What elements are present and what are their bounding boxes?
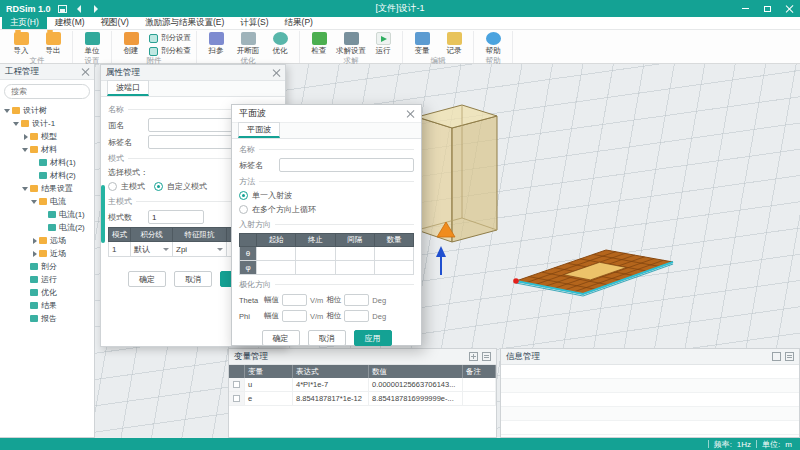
expander-icon[interactable] — [12, 120, 20, 128]
ribbon-button[interactable]: 记录 — [438, 31, 470, 56]
label-name-input[interactable] — [279, 158, 414, 172]
tree-item[interactable]: 电流 — [0, 195, 94, 208]
ribbon-button[interactable]: 剖分设置 — [149, 33, 191, 43]
tree-item[interactable]: 设计-1 — [0, 117, 94, 130]
variables-icon — [415, 32, 430, 45]
search-input[interactable] — [4, 84, 90, 99]
box-right-face[interactable] — [452, 116, 497, 242]
tree-item[interactable]: 剖分 — [0, 260, 94, 273]
optimize-icon — [273, 32, 288, 45]
custom-mode-radio[interactable] — [154, 182, 163, 191]
apply-button[interactable]: 应用 — [354, 330, 392, 346]
expander-icon[interactable] — [21, 185, 29, 193]
select-value: 默认 — [134, 245, 150, 254]
ground-plate[interactable] — [513, 250, 673, 296]
menu-icon[interactable] — [785, 352, 794, 361]
integration-line-select[interactable]: 默认 — [131, 242, 173, 257]
menu-item[interactable]: 激励源与结果设置(E) — [137, 17, 232, 29]
tree-item[interactable]: 材料 — [0, 143, 94, 156]
tree-item[interactable]: 近场 — [0, 247, 94, 260]
incidence-cell[interactable] — [335, 247, 374, 261]
ribbon-button[interactable]: 导出 — [37, 31, 69, 56]
ribbon-button[interactable]: 导入 — [5, 31, 37, 56]
checkbox[interactable] — [233, 381, 240, 388]
folder-icon — [21, 120, 29, 127]
expander-icon[interactable] — [21, 133, 29, 141]
ribbon-button[interactable]: 创建 — [115, 31, 147, 56]
expander-icon[interactable] — [3, 107, 11, 115]
redo-icon[interactable] — [91, 4, 102, 14]
tree-item[interactable]: 优化 — [0, 286, 94, 299]
expander-icon[interactable] — [30, 237, 38, 245]
incidence-cell[interactable] — [257, 261, 296, 275]
ok-button[interactable]: 确定 — [262, 330, 300, 346]
origin-point[interactable] — [513, 278, 519, 284]
incidence-cell[interactable] — [374, 247, 413, 261]
ribbon-button[interactable]: 检查 — [303, 31, 335, 56]
impedance-select[interactable]: Zpi — [173, 242, 227, 257]
ribbon-button[interactable]: 优化 — [264, 31, 296, 56]
tree-item[interactable]: 材料(2) — [0, 169, 94, 182]
incidence-cell[interactable] — [257, 247, 296, 261]
expander-icon[interactable] — [30, 250, 38, 258]
ribbon-button[interactable]: 扫参 — [200, 31, 232, 56]
ribbon-button[interactable]: 开断面 — [232, 31, 264, 56]
ribbon-button[interactable]: 单位 — [76, 31, 108, 56]
list-icon[interactable] — [482, 352, 491, 361]
tree-item[interactable]: 模型 — [0, 130, 94, 143]
tree-item[interactable]: 电流(2) — [0, 221, 94, 234]
close-button[interactable] — [778, 0, 800, 17]
menu-item[interactable]: 视图(V) — [93, 17, 137, 29]
expander-icon[interactable] — [30, 198, 38, 206]
checkbox[interactable] — [233, 395, 240, 402]
ok-button[interactable]: 确定 — [128, 271, 166, 287]
incidence-cell[interactable] — [296, 261, 335, 275]
ribbon-button[interactable]: 剖分检查 — [149, 46, 191, 56]
menu-item[interactable]: 建模(M) — [47, 17, 93, 29]
minimize-button[interactable] — [734, 0, 756, 17]
add-variable-icon[interactable] — [469, 352, 478, 361]
incidence-cell[interactable] — [335, 261, 374, 275]
close-icon[interactable] — [81, 68, 89, 76]
tree-item[interactable]: 材料(1) — [0, 156, 94, 169]
tab-plane-wave[interactable]: 平面波 — [238, 122, 280, 138]
tree-item[interactable]: 结果设置 — [0, 182, 94, 195]
menu-item[interactable]: 计算(S) — [232, 17, 276, 29]
maximize-button[interactable] — [756, 0, 778, 17]
tree-item[interactable]: 电流(1) — [0, 208, 94, 221]
single-wave-radio[interactable] — [239, 191, 248, 200]
tree-item[interactable]: 报告 — [0, 312, 94, 325]
undo-icon[interactable] — [74, 4, 85, 14]
table-row[interactable]: u4*PI*1e-70.00000125663706143... — [229, 378, 496, 392]
ribbon-button[interactable]: 求解设置 — [335, 31, 367, 56]
phi-amplitude-input[interactable] — [282, 310, 307, 322]
cancel-button[interactable]: 取消 — [174, 271, 212, 287]
tree-item[interactable]: 设计树 — [0, 104, 94, 117]
close-icon[interactable] — [272, 69, 280, 77]
ribbon-button[interactable]: 帮助 — [477, 31, 509, 56]
incidence-cell[interactable] — [374, 261, 413, 275]
menu-item[interactable]: 结果(P) — [277, 17, 321, 29]
tree-item[interactable]: 结果 — [0, 299, 94, 312]
cancel-button[interactable]: 取消 — [308, 330, 346, 346]
expander-icon[interactable] — [21, 146, 29, 154]
menu-item[interactable]: 主页(H) — [2, 17, 47, 29]
tree-item[interactable]: 远场 — [0, 234, 94, 247]
popout-icon[interactable] — [772, 352, 781, 361]
mode-count-input[interactable] — [148, 210, 204, 224]
ribbon-button[interactable]: 变量 — [406, 31, 438, 56]
model-box[interactable] — [417, 105, 497, 242]
loop-directions-radio[interactable] — [239, 205, 248, 214]
close-icon[interactable] — [406, 110, 414, 118]
scrollbar-thumb[interactable] — [101, 185, 105, 243]
save-icon[interactable] — [57, 4, 68, 14]
theta-phase-input[interactable] — [344, 294, 369, 306]
table-row[interactable]: e8.854187817*1e-128.854187816999999e-... — [229, 392, 496, 406]
main-mode-radio[interactable] — [108, 182, 117, 191]
ribbon-button[interactable]: 运行 — [367, 31, 399, 56]
incidence-cell[interactable] — [296, 247, 335, 261]
tab-wave-port[interactable]: 波端口 — [107, 80, 149, 96]
tree-item[interactable]: 运行 — [0, 273, 94, 286]
phi-phase-input[interactable] — [344, 310, 369, 322]
theta-amplitude-input[interactable] — [282, 294, 307, 306]
